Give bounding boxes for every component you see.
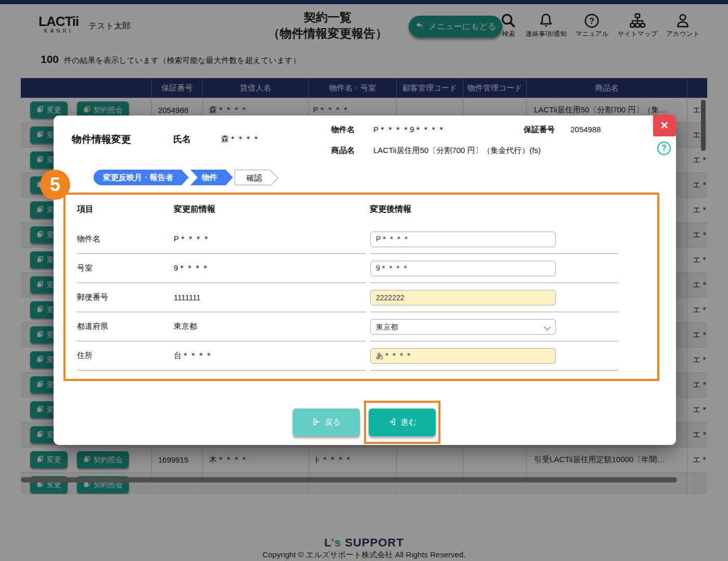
name-value: 森＊＊＊＊ bbox=[221, 134, 260, 144]
next-button-label: 進む bbox=[401, 417, 417, 427]
form-row-postal-code: 郵便番号1111111 bbox=[77, 283, 657, 312]
field-before-value: 東京都 bbox=[174, 322, 197, 332]
next-button[interactable]: 進む bbox=[369, 409, 436, 436]
back-button[interactable]: 戻る bbox=[293, 409, 360, 436]
property-change-modal: ✕ ? 物件情報変更 氏名 森＊＊＊＊ 物件名 P＊＊＊＊9＊＊＊＊ 保証番号 … bbox=[54, 116, 676, 445]
step-wizard: 変更反映月・報告者 物件 確認 bbox=[94, 170, 279, 185]
form-col-item: 項目 bbox=[77, 204, 174, 225]
exit-left-icon bbox=[312, 417, 321, 428]
room-input[interactable] bbox=[370, 261, 556, 276]
field-before-value: 9＊＊＊＊ bbox=[174, 263, 209, 273]
back-button-label: 戻る bbox=[325, 417, 341, 427]
prefecture-select-wrap: 東京都 bbox=[370, 319, 556, 335]
field-label: 号室 bbox=[77, 263, 174, 273]
modal-actions: 戻る 進む bbox=[54, 409, 676, 436]
form-col-after: 変更後情報 bbox=[370, 204, 618, 225]
name-label: 氏名 bbox=[173, 133, 191, 145]
page: LACTii KANRI テスト太郎 契約一覧 （物件情報変更報告） メニューに… bbox=[0, 0, 728, 561]
step-property[interactable]: 物件 bbox=[190, 170, 226, 185]
property-label: 物件名 bbox=[331, 125, 355, 135]
field-before-value: P＊＊＊＊ bbox=[174, 234, 210, 244]
annotation-badge-5: 5 bbox=[40, 170, 70, 200]
form-row-room: 号室9＊＊＊＊ bbox=[77, 254, 657, 283]
form-row-prefecture: 都道府県東京都 東京都 bbox=[77, 312, 657, 341]
close-icon[interactable]: ✕ bbox=[653, 114, 676, 136]
guarantee-label: 保証番号 bbox=[524, 125, 555, 135]
form-header-row: 項目 変更前情報 変更後情報 bbox=[77, 204, 657, 225]
property-name-input[interactable] bbox=[370, 232, 556, 247]
field-before-value: 台＊＊＊＊ bbox=[174, 351, 213, 361]
prefecture-select[interactable]: 東京都 bbox=[370, 319, 556, 335]
guarantee-value: 2054988 bbox=[570, 125, 601, 134]
step-report-month[interactable]: 変更反映月・報告者 bbox=[94, 170, 181, 185]
modal-title: 物件情報変更 bbox=[72, 133, 131, 146]
enter-right-icon bbox=[388, 417, 397, 428]
postal-code-input[interactable] bbox=[370, 290, 556, 305]
field-label: 郵便番号 bbox=[77, 292, 174, 302]
change-form: 項目 変更前情報 変更後情報 物件名P＊＊＊＊ 号室9＊＊＊＊ 郵便番号1111… bbox=[63, 193, 659, 381]
form-row-property-name: 物件名P＊＊＊＊ bbox=[77, 225, 657, 254]
help-icon[interactable]: ? bbox=[657, 142, 671, 155]
address-input[interactable] bbox=[370, 348, 556, 364]
form-row-address: 住所台＊＊＊＊ bbox=[77, 341, 657, 371]
product-value: LACTii居住用50〔分割700 円〕（集金代行）(fs) bbox=[373, 146, 541, 156]
form-col-before: 変更前情報 bbox=[174, 204, 370, 225]
field-label: 物件名 bbox=[77, 234, 174, 244]
step-confirm[interactable]: 確認 bbox=[235, 170, 270, 185]
field-label: 住所 bbox=[77, 351, 174, 361]
product-label: 商品名 bbox=[331, 146, 355, 156]
field-label: 都道府県 bbox=[77, 322, 174, 332]
field-before-value: 1111111 bbox=[174, 293, 201, 302]
property-value: P＊＊＊＊9＊＊＊＊ bbox=[373, 125, 445, 135]
